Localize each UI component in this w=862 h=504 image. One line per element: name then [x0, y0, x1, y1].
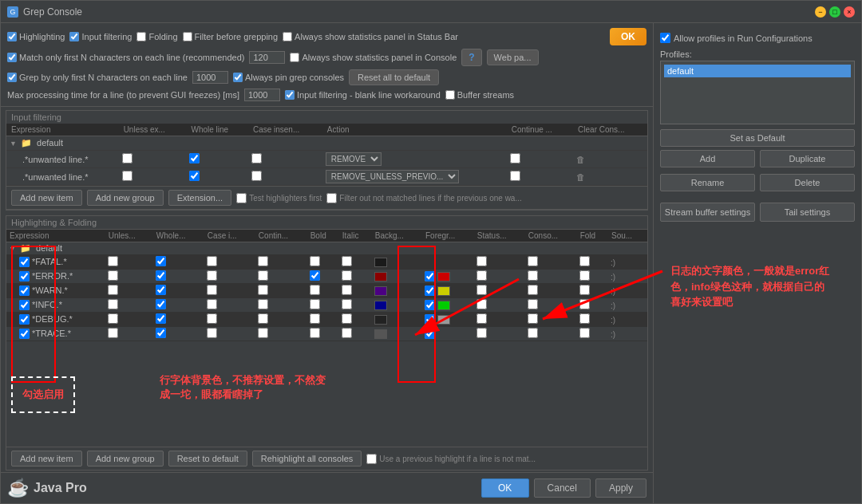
test-highlighters-checkbox[interactable]: Test highlighters first	[236, 193, 322, 203]
match-first-n-checkbox[interactable]: Match only first N characters on each li…	[7, 53, 244, 62]
table-row: .*unwanted line.* REMOVE 🗑	[6, 151, 647, 168]
reset-to-default-button[interactable]: Reset to default	[168, 451, 247, 467]
hl-expression-info: *INFO.*	[32, 300, 62, 309]
sound-fatal: :)	[611, 258, 615, 267]
max-processing-label: Max processing time for a line (to preve…	[7, 90, 239, 100]
bg-color-error[interactable]	[374, 272, 387, 282]
previous-highlight-checkbox[interactable]: Use a previous highlight if a line is no…	[366, 454, 536, 464]
filter-before-grepping-checkbox[interactable]: Filter before grepping	[183, 32, 279, 41]
trash-icon-1[interactable]: 🗑	[576, 155, 585, 164]
web-pa-button[interactable]: Web pa...	[487, 49, 539, 65]
bg-color-info[interactable]	[374, 301, 387, 310]
add-new-item-hl-button[interactable]: Add new item	[11, 451, 82, 467]
highlighting-checkbox[interactable]: Highlighting	[7, 32, 65, 41]
options-row-3: Grep by only first N characters on each …	[7, 68, 646, 87]
add-new-item-filter-button[interactable]: Add new item	[11, 190, 82, 206]
hl-folder-icon: 📁	[20, 243, 31, 253]
filtering-button-bar: Add new item Add new group Extension... …	[6, 186, 647, 210]
fg-color-debug[interactable]	[437, 315, 450, 325]
hl-header-row: Expression Unles... Whole... Case i... C…	[6, 230, 647, 242]
col-expression: Expression	[6, 124, 119, 136]
table-row[interactable]: *FATAL.*	[6, 255, 647, 270]
options-row-1: Highlighting Input filtering Folding Fil…	[7, 26, 646, 47]
highlighting-table: Expression Unles... Whole... Case i... C…	[6, 230, 647, 341]
ok-button[interactable]: OK	[481, 478, 529, 498]
table-row: .*unwanted line.* REMOVE_UNLESS_PREVIO..…	[6, 168, 647, 186]
buffer-streams-checkbox[interactable]: Buffer streams	[445, 90, 514, 100]
set-as-default-button[interactable]: Set as Default	[660, 129, 855, 147]
grep-console-window: G Grep Console − □ × Highlighting Input …	[0, 0, 862, 504]
bg-color-fatal[interactable]	[374, 258, 387, 267]
grep-first-n-checkbox[interactable]: Grep by only first N characters on each …	[7, 73, 188, 82]
app-icon: G	[7, 6, 18, 18]
duplicate-button[interactable]: Duplicate	[760, 150, 855, 167]
add-button[interactable]: Add	[660, 150, 755, 167]
fg-color-info[interactable]	[437, 301, 450, 310]
grep-n-input[interactable]	[192, 71, 228, 84]
fg-color-error[interactable]	[437, 272, 450, 282]
table-row[interactable]: *DEBUG.*	[6, 313, 647, 327]
add-new-group-filter-button[interactable]: Add new group	[87, 190, 164, 206]
filtering-table: Expression Unless ex... Whole line Case …	[6, 124, 647, 186]
bg-color-debug[interactable]	[374, 315, 387, 325]
rename-button[interactable]: Rename	[660, 174, 755, 191]
allow-profiles-label: Allow profiles in Run Configurations	[674, 33, 813, 43]
main-content: Highlighting Input filtering Folding Fil…	[1, 23, 861, 503]
filter-not-matched-checkbox[interactable]: Filter out not matched lines if the prev…	[326, 193, 521, 203]
close-button[interactable]: ×	[844, 6, 855, 18]
col-clear: Clear Cons...	[573, 124, 647, 136]
hl-expression-warn: *WARN.*	[32, 285, 68, 295]
minimize-button[interactable]: −	[815, 6, 826, 18]
hl-expression-debug: *DEBUG.*	[32, 314, 73, 324]
hl-col-fold: Fold	[577, 230, 608, 242]
hl-col-expression: Expression	[6, 230, 105, 242]
folding-checkbox[interactable]: Folding	[136, 32, 177, 41]
match-n-input[interactable]	[249, 51, 285, 64]
window-title: Grep Console	[23, 6, 82, 18]
maximize-button[interactable]: □	[829, 6, 840, 18]
action-select-2[interactable]: REMOVE_UNLESS_PREVIO...	[326, 170, 459, 183]
trash-icon-2[interactable]: 🗑	[576, 172, 585, 182]
table-row[interactable]: *TRACE.*	[6, 327, 647, 341]
branding-icon: ☕	[7, 478, 29, 498]
rehighlight-all-button[interactable]: Rehighlight all consoles	[252, 451, 362, 467]
apply-button[interactable]: Apply	[595, 478, 646, 498]
input-filtering-checkbox[interactable]: Input filtering	[69, 32, 132, 41]
max-processing-input[interactable]	[244, 89, 280, 101]
folder-icon: 📁	[21, 138, 32, 148]
delete-button[interactable]: Delete	[760, 174, 855, 191]
tail-settings-button[interactable]: Tail settings	[760, 203, 855, 222]
col-unless: Unless ex...	[119, 124, 187, 136]
bg-color-trace[interactable]	[374, 329, 387, 339]
action-select-1[interactable]: REMOVE	[326, 152, 382, 166]
hl-col-whole: Whole...	[153, 230, 204, 242]
options-bar: Highlighting Input filtering Folding Fil…	[1, 23, 653, 107]
reset-all-button[interactable]: Reset all to default	[349, 69, 439, 85]
add-new-group-hl-button[interactable]: Add new group	[87, 451, 164, 467]
highlighting-button-bar: Add new item Add new group Reset to defa…	[6, 447, 647, 470]
right-panel: Allow profiles in Run Configurations Pro…	[654, 23, 861, 503]
fg-color-warn[interactable]	[437, 286, 450, 296]
profile-item-default[interactable]: default	[664, 65, 851, 77]
col-whole: Whole line	[186, 124, 247, 136]
bg-color-warn[interactable]	[374, 286, 387, 296]
hl-col-contin: Contin...	[255, 230, 307, 242]
help-button[interactable]: ?	[461, 49, 481, 66]
cancel-button[interactable]: Cancel	[534, 478, 591, 498]
extension-button[interactable]: Extension...	[168, 190, 231, 206]
always-show-status-bar-checkbox[interactable]: Always show statistics panel in Status B…	[283, 32, 458, 41]
stream-buffer-button[interactable]: Stream buffer settings	[660, 203, 755, 222]
hl-col-sound: Sou...	[608, 230, 647, 242]
donate-button[interactable]: OK	[610, 28, 646, 45]
table-row[interactable]: *ERROR.*	[6, 270, 647, 284]
hl-col-bold: Bold	[307, 230, 339, 242]
allow-profiles-checkbox[interactable]	[660, 33, 670, 43]
arrow-icon: ▼	[10, 140, 17, 148]
table-row[interactable]: *INFO.*	[6, 298, 647, 313]
blank-line-workaround-checkbox[interactable]: Input filtering - blank line workaround	[285, 90, 441, 100]
always-pin-checkbox[interactable]: Always pin grep consoles	[233, 73, 344, 82]
branding-text: Java Pro	[34, 481, 87, 495]
always-show-console-checkbox[interactable]: Always show statistics panel in Console	[290, 53, 457, 62]
left-panel: Highlighting Input filtering Folding Fil…	[1, 23, 654, 503]
table-row[interactable]: *WARN.*	[6, 284, 647, 298]
